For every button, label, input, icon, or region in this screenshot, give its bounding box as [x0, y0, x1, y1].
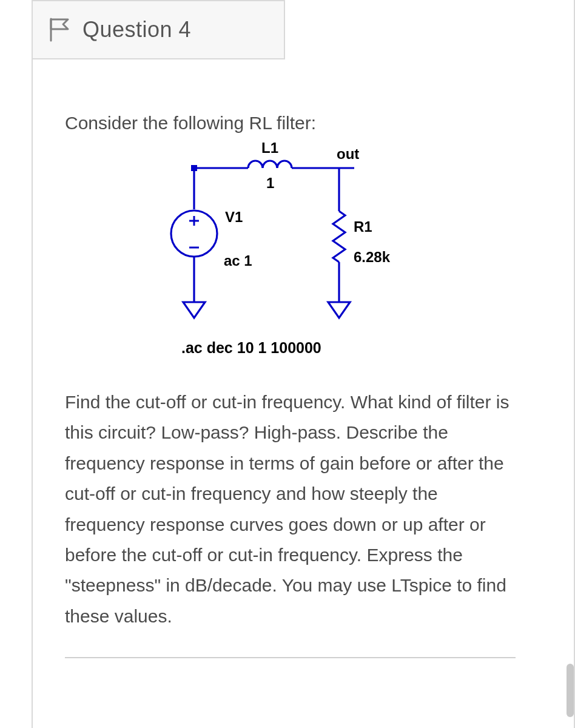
- question-prompt: Find the cut-off or cut-in frequency. Wh…: [65, 387, 516, 632]
- label-l1: L1: [261, 140, 278, 156]
- question-body: Consider the following RL filter:: [32, 59, 543, 728]
- question-title: Question 4: [82, 17, 191, 42]
- circuit-diagram: L1 1 out V1 ac 1 R1 6.28k .ac dec 10 1 1…: [65, 140, 516, 370]
- intro-text: Consider the following RL filter:: [65, 113, 516, 133]
- label-out: out: [337, 146, 359, 162]
- label-r1: R1: [354, 218, 372, 235]
- page-container: Question 4 Consider the following RL fil…: [0, 0, 575, 728]
- question-header: Question 4: [32, 0, 285, 59]
- value-r1: 6.28k: [354, 249, 391, 265]
- spice-directive: .ac dec 10 1 100000: [181, 339, 321, 356]
- value-v1: ac 1: [224, 252, 252, 269]
- divider: [65, 657, 516, 658]
- flag-icon[interactable]: [47, 16, 72, 43]
- value-l1: 1: [266, 175, 274, 191]
- label-v1: V1: [225, 209, 243, 225]
- scrollbar-thumb[interactable]: [567, 664, 574, 717]
